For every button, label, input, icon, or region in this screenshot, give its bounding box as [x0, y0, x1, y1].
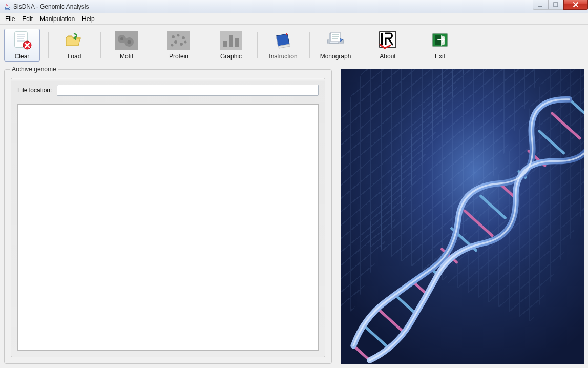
- archive-inner-panel: File location:: [11, 78, 325, 357]
- file-location-row: File location:: [17, 85, 319, 96]
- exit-label: Exit: [435, 53, 445, 60]
- svg-line-45: [465, 211, 492, 235]
- svg-line-40: [394, 294, 416, 315]
- motif-button[interactable]: Motif: [109, 29, 144, 62]
- genome-text-area[interactable]: [17, 104, 319, 351]
- toolbar-separator: [99, 29, 101, 62]
- svg-rect-25: [235, 38, 239, 47]
- motif-pattern-icon: [115, 30, 138, 51]
- maximize-button[interactable]: [548, 0, 563, 10]
- toolbar-separator: [256, 29, 258, 62]
- motif-label: Motif: [120, 53, 133, 60]
- about-button[interactable]: About: [370, 29, 406, 62]
- svg-point-21: [171, 44, 174, 47]
- menu-help[interactable]: Help: [79, 14, 98, 24]
- exit-button[interactable]: Exit: [422, 29, 458, 62]
- window-buttons: [533, 0, 588, 10]
- group-title: Archive genome: [10, 66, 58, 73]
- svg-rect-14: [167, 31, 190, 50]
- svg-point-19: [180, 43, 183, 46]
- graphic-label: Graphic: [220, 53, 242, 60]
- protein-structure-icon: [167, 30, 191, 51]
- file-location-input[interactable]: [57, 85, 319, 96]
- svg-point-13: [128, 40, 131, 44]
- bar-chart-icon: [219, 30, 243, 51]
- svg-rect-23: [223, 41, 227, 47]
- svg-point-15: [172, 35, 175, 38]
- left-panel: Archive genome File location:: [4, 69, 332, 364]
- toolbar-separator: [308, 29, 310, 62]
- graphic-button[interactable]: Graphic: [213, 29, 249, 62]
- svg-line-50: [539, 131, 563, 153]
- svg-rect-1: [538, 6, 542, 7]
- right-panel: [341, 69, 584, 364]
- close-button[interactable]: [563, 0, 588, 10]
- svg-point-18: [174, 40, 177, 44]
- svg-line-37: [353, 345, 370, 360]
- about-logo-icon: [376, 30, 400, 51]
- clear-button[interactable]: Clear: [4, 29, 40, 62]
- file-location-label: File location:: [17, 87, 52, 94]
- menu-manipulation[interactable]: Manipulation: [37, 14, 78, 24]
- toolbar-separator: [204, 29, 206, 62]
- instruction-label: Instruction: [269, 53, 297, 60]
- main-toolbar: Clear Load Motif: [0, 25, 588, 65]
- menu-file[interactable]: File: [2, 14, 18, 24]
- svg-point-16: [177, 34, 180, 37]
- load-button[interactable]: Load: [56, 29, 92, 62]
- archive-genome-group: Archive genome File location:: [4, 69, 332, 364]
- svg-line-52: [569, 99, 584, 120]
- menu-edit[interactable]: Edit: [19, 14, 36, 24]
- svg-line-39: [378, 309, 404, 333]
- protein-button[interactable]: Protein: [161, 29, 197, 62]
- minimize-button[interactable]: [533, 0, 548, 10]
- window-title: SisDNA - Genomic Analysis: [13, 3, 89, 10]
- svg-point-12: [120, 37, 123, 40]
- main-content: Archive genome File location:: [0, 65, 588, 368]
- exit-door-icon: [428, 30, 452, 51]
- toolbar-separator: [152, 29, 154, 62]
- instruction-button[interactable]: Instruction: [265, 29, 301, 62]
- svg-line-51: [552, 113, 580, 138]
- protein-label: Protein: [169, 53, 188, 60]
- svg-point-0: [5, 8, 10, 9]
- load-label: Load: [68, 53, 81, 60]
- clear-document-icon: [10, 30, 34, 51]
- monograph-button[interactable]: Monograph: [318, 29, 353, 62]
- svg-line-46: [481, 196, 505, 218]
- clear-label: Clear: [15, 53, 30, 60]
- svg-rect-2: [554, 3, 558, 7]
- svg-point-17: [182, 36, 185, 39]
- window-titlebar: SisDNA - Genomic Analysis: [0, 0, 588, 13]
- document-stack-icon: [324, 30, 347, 51]
- toolbar-separator: [413, 29, 415, 62]
- toolbar-separator: [47, 29, 49, 62]
- dna-helix-image: [341, 69, 584, 364]
- menu-bar: File Edit Manipulation Help: [0, 13, 588, 25]
- book-icon: [271, 30, 295, 51]
- about-label: About: [380, 53, 395, 60]
- svg-rect-33: [381, 33, 383, 43]
- java-cup-icon: [3, 3, 11, 11]
- svg-rect-24: [229, 35, 233, 47]
- svg-point-20: [184, 41, 187, 44]
- folder-open-icon: [62, 30, 86, 51]
- toolbar-separator: [361, 29, 363, 62]
- monograph-label: Monograph: [320, 53, 351, 60]
- svg-line-38: [365, 326, 387, 347]
